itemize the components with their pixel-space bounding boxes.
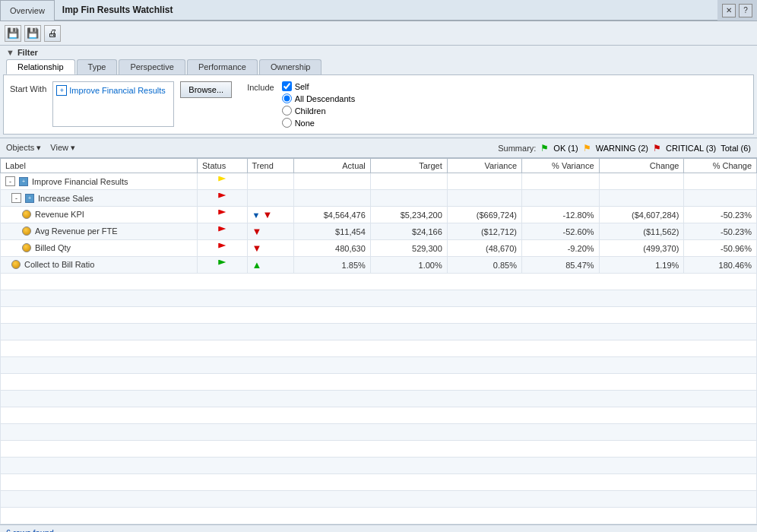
include-options: Self All Descendants Children None <box>282 81 356 128</box>
trend-blue-arrow: ▼ <box>252 211 261 220</box>
trend-red-arrow: ▼ <box>262 209 272 220</box>
cell-actual <box>293 190 370 207</box>
self-checkbox[interactable] <box>282 81 292 91</box>
col-label: Label <box>1 159 198 173</box>
expand-icon[interactable]: - <box>11 193 21 203</box>
table-row <box>1 357 757 374</box>
cell-change <box>599 173 684 190</box>
table-row: Collect to Bill Ratio ▲ 1.85% 1.00% 0.85… <box>1 257 757 274</box>
cell-label: - + Improve Financial Results <box>1 173 198 190</box>
tab-perspective-label: Perspective <box>130 62 173 71</box>
empty-cell <box>1 274 757 290</box>
none-radio[interactable] <box>282 118 292 128</box>
cell-actual: $11,454 <box>293 223 370 240</box>
view-menu[interactable]: View ▾ <box>50 143 75 153</box>
empty-cell <box>1 491 757 508</box>
filter-left: Start With + Improve Financial Results B… <box>10 81 232 128</box>
cell-status <box>197 207 247 223</box>
cell-pct-variance: 85.47% <box>522 257 600 274</box>
col-variance: Variance <box>447 159 521 173</box>
warn-count: WARNING (2) <box>596 144 648 153</box>
save2-button[interactable]: 💾 <box>24 25 41 42</box>
title-actions: ✕ ? <box>717 0 757 21</box>
help-button[interactable]: ? <box>739 4 752 17</box>
title-bar: Overview Imp Fin Results Watchlist ✕ ? <box>0 0 757 21</box>
filter-label: Filter <box>17 48 38 57</box>
empty-cell <box>1 508 757 524</box>
tab-performance[interactable]: Performance <box>187 59 258 74</box>
objects-menu[interactable]: Objects ▾ <box>6 143 41 153</box>
trend-arrow: ▼ <box>252 226 262 237</box>
cell-trend: ▼ <box>247 223 293 240</box>
cell-actual: 480,630 <box>293 240 370 257</box>
all-descendants-label: All Descendants <box>295 94 356 103</box>
cell-pct-variance <box>522 190 600 207</box>
cell-pct-change <box>684 190 757 207</box>
status-flag <box>218 176 226 187</box>
overview-tab[interactable]: Overview <box>0 0 55 21</box>
kpi-icon <box>22 243 31 252</box>
include-label: Include <box>247 83 274 92</box>
status-flag <box>218 226 226 237</box>
cell-pct-variance: -12.80% <box>522 207 600 223</box>
cell-pct-change: -50.23% <box>684 223 757 240</box>
children-radio[interactable] <box>282 106 292 116</box>
cell-change: 1.19% <box>599 257 684 274</box>
filter-section: ▼ Filter Relationship Type Perspective P… <box>0 46 757 138</box>
cell-label: - + Increase Sales <box>1 190 198 207</box>
cell-pct-change <box>684 173 757 190</box>
cell-change <box>599 190 684 207</box>
browse-label: Browse... <box>188 85 223 94</box>
table-row <box>1 324 757 340</box>
tab-type[interactable]: Type <box>77 59 118 74</box>
cell-target: $24,166 <box>370 223 447 240</box>
empty-cell <box>1 290 757 307</box>
expand-icon[interactable]: - <box>5 176 15 186</box>
cell-target: 529,300 <box>370 240 447 257</box>
table-row: - + Increase Sales <box>1 190 757 207</box>
all-descendants-row: All Descendants <box>282 93 356 103</box>
obj-icon: + <box>25 194 34 203</box>
empty-cell <box>1 407 757 424</box>
table-row <box>1 407 757 424</box>
cell-pct-change: -50.23% <box>684 207 757 223</box>
table-row <box>1 391 757 407</box>
cell-actual <box>293 173 370 190</box>
cell-label: Billed Qty <box>1 240 198 257</box>
status-text: 6 rows found <box>6 528 54 533</box>
empty-cell <box>1 458 757 474</box>
total-count: Total (6) <box>721 144 751 153</box>
tab-ownership-label: Ownership <box>271 62 311 71</box>
col-actual: Actual <box>293 159 370 173</box>
cell-pct-change: 180.46% <box>684 257 757 274</box>
start-with-box: + Improve Financial Results <box>52 81 174 127</box>
cell-pct-variance: -9.20% <box>522 240 600 257</box>
cell-pct-variance <box>522 173 600 190</box>
cell-change: (499,370) <box>599 240 684 257</box>
cell-variance: ($669,724) <box>447 207 521 223</box>
all-descendants-radio[interactable] <box>282 93 292 103</box>
close-button[interactable]: ✕ <box>722 4 736 17</box>
tab-ownership[interactable]: Ownership <box>259 59 322 74</box>
table-row <box>1 474 757 491</box>
none-row: None <box>282 118 356 128</box>
cell-change: ($11,562) <box>599 223 684 240</box>
tab-perspective[interactable]: Perspective <box>119 59 185 74</box>
col-target: Target <box>370 159 447 173</box>
browse-button[interactable]: Browse... <box>180 81 232 98</box>
start-with-item[interactable]: + Improve Financial Results <box>56 85 166 96</box>
cell-target: $5,234,200 <box>370 207 447 223</box>
table-row: - + Improve Financial Results <box>1 173 757 190</box>
table-row <box>1 441 757 458</box>
filter-toggle[interactable]: ▼ <box>6 48 14 57</box>
none-label: None <box>295 119 315 128</box>
tab-relationship[interactable]: Relationship <box>6 59 75 74</box>
save-button[interactable]: 💾 <box>5 25 21 42</box>
cell-status <box>197 190 247 207</box>
cell-variance: (48,670) <box>447 240 521 257</box>
col-pct-change: % Change <box>684 159 757 173</box>
col-pct-variance: % Variance <box>522 159 600 173</box>
kpi-icon <box>22 210 31 219</box>
print-button[interactable]: 🖨 <box>44 25 61 42</box>
cell-trend <box>247 173 293 190</box>
